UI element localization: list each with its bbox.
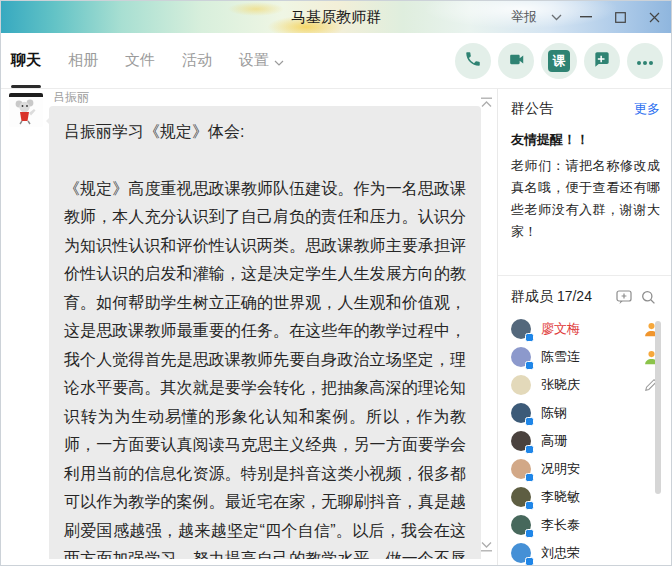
member-name: 张晓庆 bbox=[541, 376, 632, 394]
sender-name: 吕振丽 bbox=[53, 89, 89, 106]
message-title-line: 吕振丽学习《规定》体会: bbox=[64, 118, 466, 147]
member-avatar bbox=[511, 403, 531, 423]
online-badge bbox=[525, 473, 534, 482]
member-avatar bbox=[511, 319, 531, 339]
title-bar: 马基原教师群 举报 bbox=[1, 1, 671, 33]
member-avatar bbox=[511, 515, 531, 535]
online-badge bbox=[525, 445, 534, 454]
message-bubble: 吕振丽学习《规定》体会: 《规定》高度重视思政课教师队伍建设。作为一名思政课教师… bbox=[49, 106, 481, 559]
member-row[interactable]: 张晓庆 bbox=[498, 371, 672, 399]
group-members-section: 群成员 17/24 廖文梅 陈雪连 张晓庆 陈钢 bbox=[498, 276, 672, 566]
tab-album[interactable]: 相册 bbox=[68, 33, 98, 88]
member-row[interactable]: 廖文梅 bbox=[498, 315, 672, 343]
announcement-notice-body: 老师们：请把名称修改成真名哦，便于查看还有哪些老师没有入群，谢谢大家！ bbox=[511, 155, 660, 243]
minimize-button[interactable] bbox=[569, 1, 603, 33]
member-row[interactable]: 况明安 bbox=[498, 455, 672, 483]
report-dropdown-chevron-icon[interactable] bbox=[543, 1, 569, 33]
announcement-notice-title: 友情提醒！！ bbox=[511, 131, 660, 149]
message-plus-icon bbox=[592, 49, 612, 73]
member-avatar bbox=[511, 375, 531, 395]
report-button[interactable]: 举报 bbox=[505, 8, 543, 26]
members-label: 群成员 bbox=[511, 288, 553, 304]
member-name: 廖文梅 bbox=[541, 320, 632, 338]
member-name: 陈钢 bbox=[541, 404, 632, 422]
call-toolbar: 课 bbox=[455, 43, 663, 79]
chat-message-area: 吕振丽 吕振丽学习《规定》体会: 《规定》高度重视思政课教师队伍建设。作为一名思… bbox=[1, 89, 498, 566]
tab-strip: 聊天 相册 文件 活动 设置 bbox=[1, 33, 284, 88]
online-badge bbox=[525, 529, 534, 538]
maximize-button[interactable] bbox=[603, 1, 637, 33]
message-body: 《规定》高度重视思政课教师队伍建设。作为一名思政课教师，本人充分认识到了自己肩负… bbox=[64, 175, 466, 560]
tab-activities[interactable]: 活动 bbox=[182, 33, 212, 88]
tab-settings[interactable]: 设置 bbox=[239, 33, 284, 88]
member-name: 高珊 bbox=[541, 432, 632, 450]
member-row[interactable]: 陈钢 bbox=[498, 399, 672, 427]
group-announcement-section: 群公告 更多 友情提醒！！ 老师们：请把名称修改成真名哦，便于查看还有哪些老师没… bbox=[498, 89, 672, 276]
member-avatar bbox=[511, 431, 531, 451]
tab-settings-label: 设置 bbox=[239, 51, 269, 70]
online-badge bbox=[525, 557, 534, 566]
member-avatar bbox=[511, 459, 531, 479]
online-badge bbox=[525, 333, 534, 342]
member-name: 陈雪连 bbox=[541, 348, 632, 366]
member-avatar bbox=[511, 543, 531, 563]
chevron-down-icon bbox=[274, 52, 284, 69]
chat-window: 马基原教师群 举报 聊天 相册 文件 活动 设置 bbox=[0, 0, 672, 566]
video-call-button[interactable] bbox=[498, 43, 534, 79]
search-member-button[interactable] bbox=[636, 290, 660, 305]
member-name: 李晓敏 bbox=[541, 488, 632, 506]
nav-bar: 聊天 相册 文件 活动 设置 课 bbox=[1, 33, 671, 89]
online-badge bbox=[525, 417, 534, 426]
scroll-to-bottom-icon[interactable] bbox=[480, 538, 493, 556]
member-row[interactable]: 陈雪连 bbox=[498, 343, 672, 371]
class-icon: 课 bbox=[548, 50, 570, 72]
group-side-panel: 群公告 更多 友情提醒！！ 老师们：请把名称修改成真名哦，便于查看还有哪些老师没… bbox=[498, 89, 672, 566]
member-row[interactable]: 高珊 bbox=[498, 427, 672, 455]
close-button[interactable] bbox=[637, 1, 671, 33]
ellipsis-icon bbox=[636, 52, 654, 70]
video-camera-icon bbox=[507, 50, 526, 73]
member-name: 李长泰 bbox=[541, 516, 632, 534]
member-row[interactable]: 李长泰 bbox=[498, 511, 672, 539]
members-header: 群成员 17/24 bbox=[511, 288, 612, 306]
invite-member-button[interactable] bbox=[612, 290, 636, 305]
announcement-more-link[interactable]: 更多 bbox=[634, 100, 660, 118]
members-count: 17/24 bbox=[557, 288, 592, 304]
member-list: 廖文梅 陈雪连 张晓庆 陈钢 高珊 况明安 李晓敏 李长泰 刘忠荣 bbox=[498, 315, 672, 566]
scroll-to-top-icon[interactable] bbox=[480, 94, 493, 112]
phone-icon bbox=[464, 50, 482, 72]
voice-call-button[interactable] bbox=[455, 43, 491, 79]
announcement-header: 群公告 bbox=[511, 100, 553, 118]
member-row[interactable]: 李晓敏 bbox=[498, 483, 672, 511]
member-avatar bbox=[511, 487, 531, 507]
member-name: 刘忠荣 bbox=[541, 544, 632, 562]
sender-avatar[interactable] bbox=[9, 93, 43, 127]
tab-chat[interactable]: 聊天 bbox=[11, 33, 41, 88]
member-avatar bbox=[511, 347, 531, 367]
online-badge bbox=[525, 501, 534, 510]
class-button[interactable]: 课 bbox=[541, 43, 577, 79]
member-row[interactable]: 刘忠荣 bbox=[498, 539, 672, 566]
new-topic-button[interactable] bbox=[584, 43, 620, 79]
member-list-scrollbar[interactable] bbox=[655, 321, 661, 494]
more-button[interactable] bbox=[627, 43, 663, 79]
online-badge bbox=[525, 361, 534, 370]
member-name: 况明安 bbox=[541, 460, 632, 478]
tab-files[interactable]: 文件 bbox=[125, 33, 155, 88]
